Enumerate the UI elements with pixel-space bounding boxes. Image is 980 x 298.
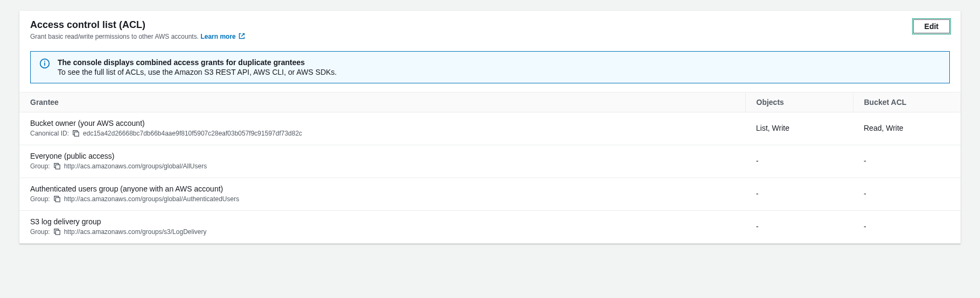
grantee-sub-label: Group:	[30, 228, 50, 236]
grantee-name: Everyone (public access)	[30, 152, 734, 160]
cell-bucket-acl: -	[853, 178, 961, 211]
col-header-objects: Objects	[745, 93, 853, 112]
grantee-sub: Group: http://acs.amazonaws.com/groups/s…	[30, 228, 734, 236]
cell-grantee: Bucket owner (your AWS account) Canonica…	[19, 112, 745, 145]
info-body: To see the full list of ACLs, use the Am…	[58, 68, 337, 76]
table-row: S3 log delivery group Group: http://acs.…	[19, 211, 961, 244]
edit-button[interactable]: Edit	[913, 19, 950, 33]
grantee-sub-label: Group:	[30, 162, 50, 170]
cell-bucket-acl: Read, Write	[853, 112, 961, 145]
table-row: Everyone (public access) Group: http://a…	[19, 145, 961, 178]
copy-icon[interactable]	[53, 228, 61, 236]
grantee-sub: Group: http://acs.amazonaws.com/groups/g…	[30, 195, 734, 203]
cell-grantee: Everyone (public access) Group: http://a…	[19, 145, 745, 178]
grantee-sub-label: Group:	[30, 195, 50, 203]
acl-panel: Access control list (ACL) Grant basic re…	[19, 11, 961, 244]
learn-more-label: Learn more	[200, 33, 235, 40]
cell-objects: -	[745, 145, 853, 178]
acl-table: Grantee Objects Bucket ACL Bucket owner …	[19, 92, 961, 244]
external-link-icon	[239, 33, 245, 39]
cell-objects: -	[745, 178, 853, 211]
grantee-name: Authenticated users group (anyone with a…	[30, 185, 734, 193]
header-text-block: Access control list (ACL) Grant basic re…	[30, 19, 245, 40]
grantee-sub-value: edc15a42d26668bc7db66b4aae9f810f5907c28e…	[83, 130, 302, 137]
panel-header: Access control list (ACL) Grant basic re…	[19, 11, 961, 47]
grantee-sub-value: http://acs.amazonaws.com/groups/global/A…	[64, 162, 207, 170]
table-row: Bucket owner (your AWS account) Canonica…	[19, 112, 961, 145]
cell-objects: -	[745, 211, 853, 244]
panel-title: Access control list (ACL)	[30, 19, 245, 31]
svg-rect-4	[55, 165, 60, 169]
cell-bucket-acl: -	[853, 211, 961, 244]
info-title: The console displays combined access gra…	[58, 58, 337, 67]
panel-description-text: Grant basic read/write permissions to ot…	[30, 33, 199, 40]
col-header-grantee: Grantee	[19, 93, 745, 112]
table-row: Authenticated users group (anyone with a…	[19, 178, 961, 211]
table-header-row: Grantee Objects Bucket ACL	[19, 93, 961, 112]
svg-rect-6	[55, 230, 60, 235]
info-text: The console displays combined access gra…	[58, 58, 337, 76]
grantee-sub-value: http://acs.amazonaws.com/groups/s3/LogDe…	[64, 228, 207, 236]
col-header-bucket-acl: Bucket ACL	[853, 93, 961, 112]
copy-icon[interactable]	[72, 130, 80, 137]
grantee-name: S3 log delivery group	[30, 217, 734, 226]
learn-more-link[interactable]: Learn more	[200, 33, 245, 40]
info-icon	[39, 58, 50, 69]
info-alert: The console displays combined access gra…	[30, 51, 950, 83]
grantee-sub-label: Canonical ID:	[30, 130, 69, 137]
panel-description: Grant basic read/write permissions to ot…	[30, 33, 245, 40]
copy-icon[interactable]	[53, 195, 61, 203]
cell-grantee: Authenticated users group (anyone with a…	[19, 178, 745, 211]
grantee-sub: Group: http://acs.amazonaws.com/groups/g…	[30, 162, 734, 170]
grantee-sub-value: http://acs.amazonaws.com/groups/global/A…	[64, 195, 240, 203]
cell-objects: List, Write	[745, 112, 853, 145]
cell-grantee: S3 log delivery group Group: http://acs.…	[19, 211, 745, 244]
copy-icon[interactable]	[53, 162, 61, 170]
cell-bucket-acl: -	[853, 145, 961, 178]
svg-point-2	[44, 61, 45, 62]
grantee-sub: Canonical ID: edc15a42d26668bc7db66b4aae…	[30, 130, 734, 137]
svg-rect-5	[55, 197, 60, 202]
svg-rect-3	[74, 132, 79, 136]
grantee-name: Bucket owner (your AWS account)	[30, 119, 734, 127]
